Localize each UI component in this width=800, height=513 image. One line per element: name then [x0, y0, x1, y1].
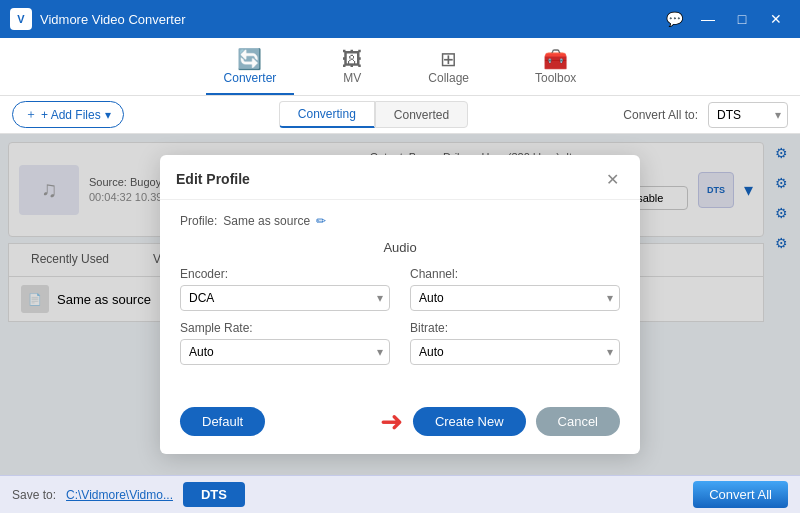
- channel-field: Channel: Auto: [410, 267, 620, 311]
- converting-tab[interactable]: Converting: [279, 101, 375, 128]
- app-title: Vidmore Video Converter: [40, 12, 660, 27]
- profile-field-value: Same as source: [223, 214, 310, 228]
- converter-label: Converter: [224, 71, 277, 85]
- app-logo: V: [10, 8, 32, 30]
- channel-select-wrapper2: Auto: [410, 285, 620, 311]
- close-button[interactable]: ✕: [762, 8, 790, 30]
- save-to-label: Save to:: [12, 488, 56, 502]
- collage-icon: ⊞: [440, 49, 457, 69]
- encoder-select-wrapper: DCA: [180, 285, 390, 311]
- modal-body: Profile: Same as source ✏ Audio Encoder:…: [160, 200, 640, 395]
- save-path[interactable]: C:\Vidmore\Vidmo...: [66, 488, 173, 502]
- bitrate-field: Bitrate: Auto: [410, 321, 620, 365]
- message-button[interactable]: 💬: [660, 8, 688, 30]
- sample-rate-field: Sample Rate: Auto: [180, 321, 390, 365]
- toolbox-label: Toolbox: [535, 71, 576, 85]
- title-bar: V Vidmore Video Converter 💬 — □ ✕: [0, 0, 800, 38]
- create-new-button[interactable]: Create New: [413, 407, 526, 436]
- modal-title: Edit Profile: [176, 171, 250, 187]
- bitrate-label: Bitrate:: [410, 321, 620, 335]
- edit-profile-modal: Edit Profile ✕ Profile: Same as source ✏…: [160, 155, 640, 454]
- convert-all-label: Convert All to:: [623, 108, 698, 122]
- toolbar: ＋ + Add Files ▾ Converting Converted Con…: [0, 96, 800, 134]
- channel-select2[interactable]: Auto: [410, 285, 620, 311]
- arrow-right-icon: ➜: [380, 405, 403, 438]
- plus-icon: ＋: [25, 106, 37, 123]
- modal-backdrop: Edit Profile ✕ Profile: Same as source ✏…: [0, 134, 800, 475]
- convert-all-select[interactable]: DTS: [708, 102, 788, 128]
- mv-icon: 🖼: [342, 49, 362, 69]
- encoder-label: Encoder:: [180, 267, 390, 281]
- profile-line: Profile: Same as source ✏: [180, 214, 620, 228]
- maximize-button[interactable]: □: [728, 8, 756, 30]
- modal-footer: Default ➜ Create New Cancel: [160, 395, 640, 454]
- converted-tab[interactable]: Converted: [375, 101, 468, 128]
- dts-format-button[interactable]: DTS: [183, 482, 245, 507]
- modal-close-button[interactable]: ✕: [600, 167, 624, 191]
- main-content: ♫ Source: Bugoy Dril... kbps) ℹ 00:04:32…: [0, 134, 800, 475]
- tab-converter[interactable]: 🔄 Converter: [206, 43, 295, 95]
- modal-header: Edit Profile ✕: [160, 155, 640, 200]
- add-files-button[interactable]: ＋ + Add Files ▾: [12, 101, 124, 128]
- profile-edit-icon[interactable]: ✏: [316, 214, 326, 228]
- bitrate-select-wrapper: Auto: [410, 339, 620, 365]
- tab-mv[interactable]: 🖼 MV: [324, 43, 380, 95]
- convert-all-button[interactable]: Convert All: [693, 481, 788, 508]
- mv-label: MV: [343, 71, 361, 85]
- bottom-bar: Save to: C:\Vidmore\Vidmo... DTS Convert…: [0, 475, 800, 513]
- channel-label: Channel:: [410, 267, 620, 281]
- converter-icon: 🔄: [237, 49, 262, 69]
- bitrate-select[interactable]: Auto: [410, 339, 620, 365]
- dropdown-arrow-icon: ▾: [105, 108, 111, 122]
- sample-rate-select[interactable]: Auto: [180, 339, 390, 365]
- collage-label: Collage: [428, 71, 469, 85]
- minimize-button[interactable]: —: [694, 8, 722, 30]
- nav-tabs: 🔄 Converter 🖼 MV ⊞ Collage 🧰 Toolbox: [0, 38, 800, 96]
- default-button[interactable]: Default: [180, 407, 265, 436]
- toolbox-icon: 🧰: [543, 49, 568, 69]
- convert-all-select-wrapper: DTS: [708, 102, 788, 128]
- encoder-field: Encoder: DCA: [180, 267, 390, 311]
- profile-field-label: Profile:: [180, 214, 217, 228]
- tab-toolbox[interactable]: 🧰 Toolbox: [517, 43, 594, 95]
- sample-rate-select-wrapper: Auto: [180, 339, 390, 365]
- encoder-select[interactable]: DCA: [180, 285, 390, 311]
- converting-tabs: Converting Converted: [279, 101, 468, 128]
- tab-collage[interactable]: ⊞ Collage: [410, 43, 487, 95]
- sample-rate-label: Sample Rate:: [180, 321, 390, 335]
- audio-section-title: Audio: [180, 240, 620, 255]
- cancel-button[interactable]: Cancel: [536, 407, 620, 436]
- add-files-label: + Add Files: [41, 108, 101, 122]
- window-controls: 💬 — □ ✕: [660, 8, 790, 30]
- form-grid: Encoder: DCA Channel: Auto: [180, 267, 620, 365]
